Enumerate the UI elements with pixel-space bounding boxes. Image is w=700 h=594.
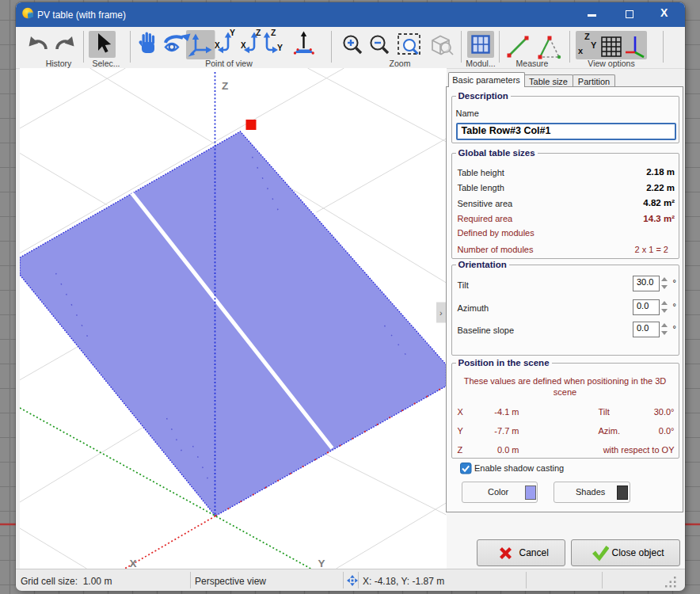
svg-text:X: X	[215, 41, 220, 50]
svg-text:Y: Y	[277, 43, 283, 52]
svg-text:X: X	[129, 558, 136, 569]
svg-text:Y: Y	[591, 40, 597, 50]
svg-text:Z: Z	[271, 28, 276, 37]
svg-text:›: ›	[439, 308, 443, 318]
svg-text:Y: Y	[318, 558, 325, 569]
svg-text:Y: Y	[230, 28, 235, 37]
svg-text:Z: Z	[584, 32, 590, 41]
svg-text:Z: Z	[221, 80, 227, 92]
svg-text:Z: Z	[256, 28, 261, 37]
svg-text:X: X	[241, 41, 246, 50]
svg-text:x: x	[578, 46, 584, 55]
